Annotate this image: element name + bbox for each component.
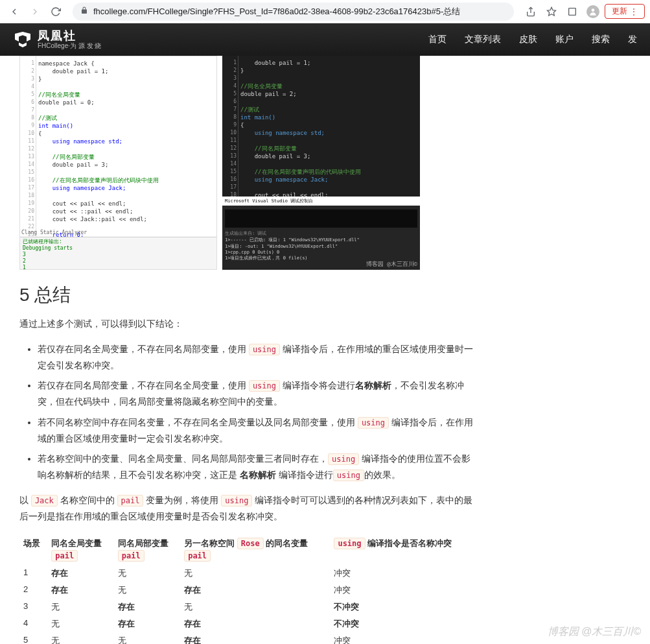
section-title: 5 总结 xyxy=(19,283,473,307)
conclusion-list: 若仅存在同名全局变量，不存在同名局部变量，使用 using 编译指令后，在作用域… xyxy=(19,341,473,484)
nav-articles[interactable]: 文章列表 xyxy=(465,34,501,45)
nav-skin[interactable]: 皮肤 xyxy=(519,34,537,45)
page-watermark: 博客园 @木三百川© xyxy=(548,625,641,639)
extensions-icon[interactable] xyxy=(563,3,581,21)
table-row: 4无存在存在不冲突 xyxy=(19,615,473,632)
image-watermark: 博客园 @木三百川© xyxy=(366,260,417,268)
share-icon[interactable] xyxy=(522,3,540,21)
nav-home[interactable]: 首页 xyxy=(428,34,447,45)
table-row: 5无无存在冲突 xyxy=(19,632,473,644)
address-bar[interactable]: fhcollege.com/FHCollege/Single?FHS_Post_… xyxy=(73,3,514,21)
cases-table: 场景 同名全局变量pail 同名局部变量pail 另一名称空间 Rose 的同名… xyxy=(19,534,473,644)
forward-button[interactable] xyxy=(26,3,44,21)
url-text: fhcollege.com/FHCollege/Single?FHS_Post_… xyxy=(93,6,460,18)
th-scenario: 场景 xyxy=(19,534,47,565)
back-button[interactable] xyxy=(5,3,23,21)
nav-post[interactable]: 发 xyxy=(628,34,637,45)
code-pail: pail xyxy=(117,495,144,507)
th-global: 同名全局变量pail xyxy=(47,534,113,565)
profile-avatar[interactable] xyxy=(584,3,602,21)
nav-search[interactable]: 搜索 xyxy=(592,34,610,45)
site-header: 凤凰社 FHCollege·为 源 发 烧 首页 文章列表 皮肤 账户 搜索 发 xyxy=(0,23,650,56)
th-other-ns: 另一名称空间 Rose 的同名变量pail xyxy=(180,534,330,565)
intro-paragraph: 通过上述多个测试，可以得到以下结论： xyxy=(19,316,473,332)
ide-output-panel: 已就绪程序输出: Debugging starts 321 Debugging … xyxy=(20,237,216,269)
list-item: 若不同名称空间中存在同名变量，不存在同名全局变量以及同名局部变量，使用 usin… xyxy=(38,414,473,447)
th-conflict: using 编译指令是否名称冲突 xyxy=(330,534,473,565)
reload-button[interactable] xyxy=(47,3,65,21)
lock-icon xyxy=(80,6,88,16)
th-local: 同名局部变量pail xyxy=(114,534,180,565)
table-row: 1存在无无冲突 xyxy=(19,565,473,582)
logo-title: 凤凰社 xyxy=(38,30,101,43)
svg-marker-1 xyxy=(547,7,555,16)
logo-subtitle: FHCollege·为 源 发 烧 xyxy=(38,42,101,49)
nav-account[interactable]: 账户 xyxy=(555,34,574,45)
browser-toolbar: fhcollege.com/FHCollege/Single?FHS_Post_… xyxy=(0,0,650,23)
table-row: 2存在无存在冲突 xyxy=(19,582,473,599)
logo-icon xyxy=(13,30,32,49)
example-paragraph: 以 Jack 名称空间中的 pail 变量为例，将使用 using 编译指令时可… xyxy=(19,492,473,525)
code-screenshot-dark: 1 2 3 4 5 6 7 8 9 10 11 12 13 14 15 16 1… xyxy=(222,56,420,270)
table-row: 3无存在无不冲突 xyxy=(19,599,473,615)
article-content: 1 2 3 4 5 6 7 8 9 10 11 12 13 14 15 16 1… xyxy=(0,56,493,644)
list-item: 若名称空间中的变量、同名全局变量、同名局部局部变量三者同时存在，using 编译… xyxy=(38,451,473,483)
code-screenshot-light: 1 2 3 4 5 6 7 8 9 10 11 12 13 14 15 16 1… xyxy=(19,56,217,270)
update-button[interactable]: 更新⋮ xyxy=(605,4,645,19)
code-using: using xyxy=(221,495,252,507)
analyzer-label: Clang Static Analyzer xyxy=(21,230,87,235)
nav-menu: 首页 文章列表 皮肤 账户 搜索 发 xyxy=(428,34,637,45)
star-icon[interactable] xyxy=(542,3,561,21)
kebab-icon: ⋮ xyxy=(630,7,638,16)
code-jack: Jack xyxy=(31,495,58,507)
svg-rect-2 xyxy=(569,8,576,15)
site-logo[interactable]: 凤凰社 FHCollege·为 源 发 烧 xyxy=(13,30,101,50)
list-item: 若仅存在同名局部变量，不存在同名全局变量，使用 using 编译指令将会进行名称… xyxy=(38,377,473,410)
list-item: 若仅存在同名全局变量，不存在同名局部变量，使用 using 编译指令后，在作用域… xyxy=(38,341,473,374)
svg-point-3 xyxy=(592,8,595,12)
